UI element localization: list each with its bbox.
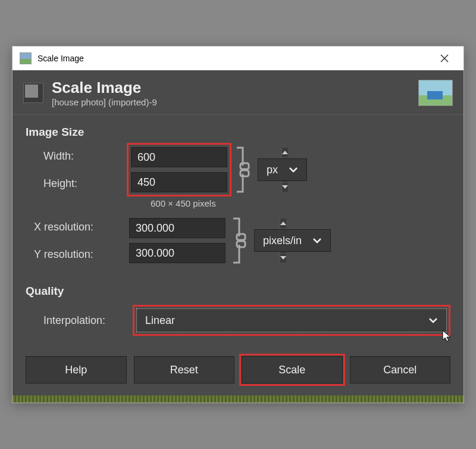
- height-label: Height:: [26, 177, 127, 190]
- app-icon: [20, 52, 32, 64]
- svg-rect-1: [240, 170, 249, 176]
- titlebar: Scale Image: [12, 46, 464, 70]
- resolution-chain-icon[interactable]: [231, 215, 251, 266]
- reset-button[interactable]: Reset: [134, 356, 235, 383]
- close-button[interactable]: [433, 49, 456, 67]
- chevron-down-icon: [289, 167, 298, 173]
- scale-icon: [23, 83, 43, 103]
- cursor-icon: [441, 329, 452, 342]
- svg-rect-3: [237, 241, 245, 247]
- image-size-heading: Image Size: [12, 115, 464, 142]
- size-unit-value: px: [267, 164, 278, 176]
- yres-label: Y resolution:: [26, 248, 127, 261]
- svg-rect-2: [237, 234, 245, 240]
- image-thumbnail: [418, 80, 453, 106]
- dialog-title: Scale Image: [52, 79, 157, 97]
- chevron-down-icon: [428, 317, 438, 323]
- interpolation-select[interactable]: Linear: [136, 308, 447, 332]
- dialog-subtitle: [house photo] (imported)-9: [52, 97, 157, 107]
- size-hint: 600 × 450 pixels: [26, 198, 450, 208]
- svg-rect-0: [240, 163, 249, 169]
- width-label: Width:: [26, 150, 127, 163]
- height-spinner[interactable]: [131, 172, 227, 192]
- scale-image-dialog: Scale Image Scale Image [house photo] (i…: [12, 46, 464, 403]
- chevron-down-icon: [312, 238, 322, 244]
- help-button[interactable]: Help: [26, 356, 127, 383]
- yres-spinner[interactable]: [129, 243, 226, 263]
- window-title: Scale Image: [37, 54, 84, 63]
- quality-heading: Quality: [12, 274, 464, 301]
- bottom-edge: [12, 395, 464, 403]
- xres-spinner[interactable]: [129, 218, 226, 238]
- res-unit-value: pixels/in: [263, 235, 302, 247]
- dialog-header: Scale Image [house photo] (imported)-9: [12, 70, 464, 115]
- size-highlight: [127, 143, 231, 197]
- aspect-chain-icon[interactable]: [234, 144, 255, 195]
- scale-button[interactable]: Scale: [242, 356, 343, 383]
- xres-label: X resolution:: [26, 221, 127, 233]
- interpolation-value: Linear: [145, 314, 175, 327]
- size-unit-select[interactable]: px: [258, 158, 307, 181]
- cancel-button[interactable]: Cancel: [350, 356, 451, 383]
- res-unit-select[interactable]: pixels/in: [254, 229, 331, 252]
- interpolation-highlight: Linear: [133, 305, 450, 336]
- width-spinner[interactable]: [131, 147, 227, 167]
- interpolation-label: Interpolation:: [26, 314, 133, 327]
